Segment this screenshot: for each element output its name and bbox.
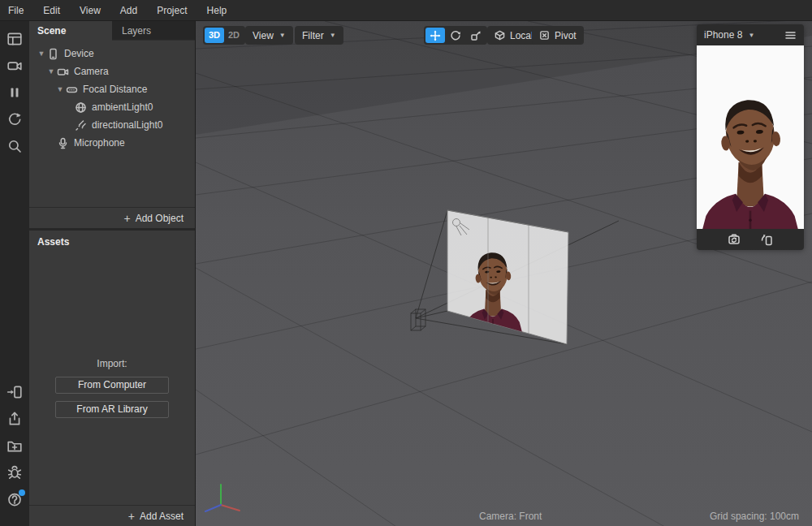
tree-item-microphone[interactable]: Microphone	[29, 134, 195, 152]
video-camera-icon[interactable]	[6, 58, 23, 74]
scale-tool-button[interactable]	[466, 28, 486, 43]
flip-camera-icon[interactable]	[728, 233, 741, 246]
simulator-person	[698, 71, 803, 229]
import-label: Import:	[29, 358, 195, 369]
tree-item-focal-distance[interactable]: ▼ Focal Distance	[29, 80, 195, 98]
simulator-panel: iPhone 8 ▼	[697, 24, 804, 250]
caret-down-icon[interactable]: ▼	[45, 67, 57, 75]
chevron-down-icon: ▼	[330, 32, 336, 39]
menu-project[interactable]: Project	[147, 0, 197, 21]
device-selector-label: iPhone 8	[704, 29, 742, 41]
caret-down-icon[interactable]: ▼	[36, 50, 47, 58]
caret-down-icon[interactable]: ▼	[54, 85, 66, 93]
device-selector[interactable]: iPhone 8 ▼	[704, 29, 784, 41]
tree-item-directional-light[interactable]: directionalLight0	[29, 116, 195, 134]
transform-tools	[424, 26, 487, 45]
chevron-down-icon: ▼	[279, 32, 286, 39]
notification-dot	[19, 489, 25, 496]
move-tool-button[interactable]	[425, 28, 445, 43]
filter-dropdown[interactable]: Filter ▼	[295, 26, 343, 45]
tree-item-label: directionalLight0	[89, 119, 162, 131]
left-panels: Scene Layers ▼ Device ▼ Camera ▼ Focal D…	[29, 21, 196, 526]
camera-icon	[57, 66, 71, 78]
assets-panel: Assets Import: From Computer From AR Lib…	[29, 228, 195, 526]
menu-add[interactable]: Add	[110, 0, 147, 21]
pivot-icon	[539, 30, 550, 41]
menubar: File Edit View Add Project Help	[0, 0, 812, 21]
directional-light-icon	[75, 119, 89, 132]
axis-z	[205, 505, 221, 511]
add-asset-label: Add Asset	[140, 511, 184, 522]
view-dropdown[interactable]: View ▼	[245, 26, 293, 45]
viewport-3d[interactable]: 3D 2D View ▼ Filter ▼ Local	[196, 21, 812, 526]
tree-item-label: Focal Distance	[80, 84, 147, 95]
menu-file[interactable]: File	[8, 0, 33, 21]
restart-icon[interactable]	[6, 111, 23, 127]
rotate-tool-button[interactable]	[446, 28, 465, 43]
share-export-icon[interactable]	[6, 411, 23, 427]
tree-item-camera[interactable]: ▼ Camera	[29, 63, 195, 80]
tab-layers[interactable]: Layers	[112, 21, 195, 41]
add-asset-button[interactable]: + Add Asset	[128, 510, 184, 523]
scene-panel-tabs: Scene Layers	[29, 21, 195, 41]
zoom-search-icon[interactable]	[6, 138, 23, 154]
tree-item-label: Camera	[71, 66, 109, 77]
import-from-computer-button[interactable]: From Computer	[55, 377, 169, 394]
add-asset-row: + Add Asset	[29, 505, 195, 526]
add-object-row: + Add Object	[29, 207, 195, 228]
scene-tree: ▼ Device ▼ Camera ▼ Focal Distance ambie…	[29, 41, 195, 207]
axis-x	[221, 505, 240, 511]
simulator-footer	[697, 229, 804, 250]
tree-item-label: ambientLight0	[89, 101, 153, 113]
microphone-icon	[57, 137, 71, 149]
device-icon	[47, 48, 62, 60]
import-from-ar-library-button[interactable]: From AR Library	[55, 401, 169, 418]
tree-item-ambient-light[interactable]: ambientLight0	[29, 98, 195, 116]
plus-icon: +	[128, 510, 135, 523]
view-dropdown-label: View	[253, 30, 274, 41]
tree-item-label: Device	[62, 48, 94, 59]
rotate-device-icon[interactable]	[760, 233, 773, 246]
focal-plane[interactable]	[447, 210, 568, 344]
tree-item-device[interactable]: ▼ Device	[29, 45, 195, 63]
plus-icon: +	[123, 212, 130, 225]
add-object-button[interactable]: + Add Object	[123, 212, 184, 225]
debug-bug-icon[interactable]	[6, 464, 23, 481]
publish-folder-icon[interactable]	[6, 438, 23, 454]
assets-title: Assets	[29, 231, 195, 250]
mode-3d-button[interactable]: 3D	[205, 28, 224, 43]
ambient-light-icon	[75, 101, 89, 114]
help-icon[interactable]	[6, 491, 23, 507]
chevron-down-icon: ▼	[748, 32, 754, 39]
mode-2d-button[interactable]: 2D	[224, 28, 244, 43]
pivot-label: Pivot	[555, 30, 577, 41]
menu-help[interactable]: Help	[197, 0, 237, 21]
pause-icon[interactable]	[6, 84, 23, 101]
cube-icon	[495, 30, 505, 41]
send-to-device-icon[interactable]	[6, 384, 23, 400]
status-grid-spacing: Grid spacing: 100cm	[710, 511, 799, 522]
simulator-video-preview[interactable]	[697, 45, 804, 229]
menu-edit[interactable]: Edit	[33, 0, 70, 21]
import-section: Import: From Computer From AR Library	[29, 358, 195, 425]
dimension-toggle: 3D 2D	[203, 26, 245, 45]
panels-layout-icon[interactable]	[6, 31, 23, 47]
tab-scene[interactable]: Scene	[29, 21, 112, 41]
pivot-button[interactable]: Pivot	[532, 26, 584, 45]
add-object-label: Add Object	[136, 213, 184, 224]
filter-dropdown-label: Filter	[302, 30, 324, 41]
tree-item-label: Microphone	[71, 137, 125, 149]
hamburger-menu-icon[interactable]	[784, 29, 797, 41]
menu-view[interactable]: View	[70, 0, 110, 21]
status-camera: Camera: Front	[479, 511, 542, 522]
simulator-header: iPhone 8 ▼	[697, 24, 804, 45]
local-label: Local	[510, 30, 533, 41]
side-toolbar	[0, 21, 29, 526]
axis-gizmo	[205, 485, 240, 511]
focal-distance-icon	[66, 84, 80, 96]
